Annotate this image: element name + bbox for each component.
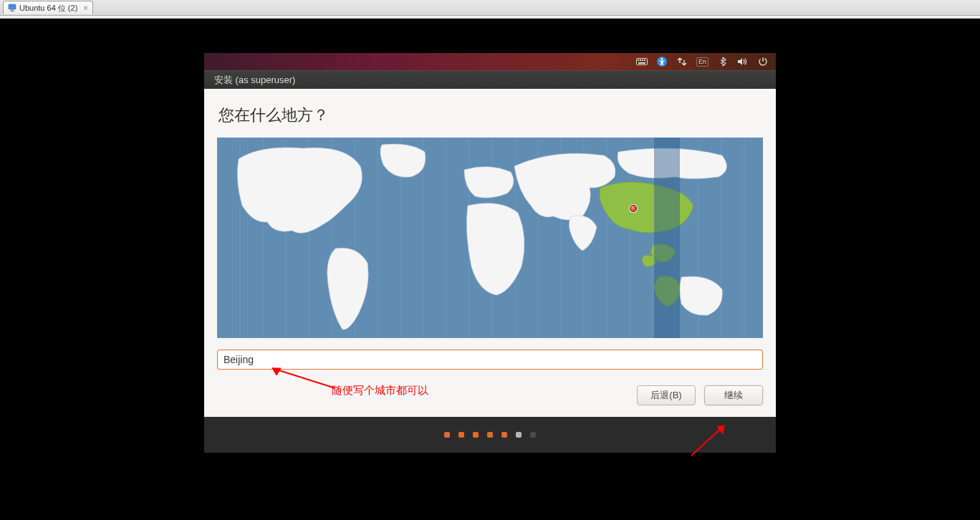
progress-dot — [444, 432, 450, 438]
network-icon[interactable] — [676, 56, 688, 67]
menubar: En — [204, 53, 776, 70]
vm-tab-bar: Ubuntu 64 位 (2) × — [0, 0, 980, 16]
svg-rect-3 — [636, 59, 647, 65]
installer-window: En 安装 (as superuser) 您在什么地方？ — [204, 53, 776, 453]
volume-icon[interactable] — [737, 56, 749, 67]
svg-rect-5 — [640, 59, 641, 61]
svg-line-38 — [272, 368, 335, 388]
page-title: 您在什么地方？ — [217, 105, 763, 126]
window-titlebar: 安装 (as superuser) — [204, 70, 776, 89]
svg-rect-6 — [642, 59, 643, 61]
vm-tab-label: Ubuntu 64 位 (2) — [19, 3, 77, 14]
content-area: 您在什么地方？ — [204, 89, 776, 417]
vm-viewport: En 安装 (as superuser) 您在什么地方？ — [0, 19, 980, 520]
power-icon[interactable] — [757, 56, 769, 67]
svg-point-10 — [661, 58, 663, 60]
progress-dot — [530, 432, 536, 438]
window-title: 安装 (as superuser) — [214, 74, 295, 87]
input-lang-indicator[interactable]: En — [696, 57, 708, 67]
annotation-text: 随便写个城市都可以 — [332, 384, 428, 398]
vm-tab[interactable]: Ubuntu 64 位 (2) × — [3, 1, 93, 14]
timezone-highlight — [654, 138, 680, 338]
svg-rect-7 — [644, 59, 645, 61]
annotation-arrow-2 — [686, 418, 736, 461]
annotation-area: 随便写个城市都可以 — [217, 370, 763, 405]
timezone-map[interactable] — [217, 138, 763, 338]
progress-dot — [501, 432, 507, 438]
close-icon[interactable]: × — [83, 4, 87, 12]
svg-rect-4 — [638, 59, 639, 61]
svg-marker-41 — [717, 425, 724, 434]
bluetooth-icon[interactable] — [717, 56, 729, 67]
keyboard-icon[interactable] — [636, 56, 648, 67]
map-pin — [630, 205, 637, 212]
accessibility-icon[interactable] — [656, 56, 668, 67]
progress-dot — [458, 432, 464, 438]
svg-marker-39 — [272, 368, 281, 375]
progress-dot — [487, 432, 493, 438]
svg-rect-8 — [638, 62, 645, 64]
svg-rect-2 — [10, 11, 14, 11]
svg-rect-1 — [11, 10, 14, 11]
annotation-arrow-1 — [264, 364, 342, 393]
progress-dot — [516, 432, 522, 438]
progress-dot — [473, 432, 479, 438]
monitor-icon — [8, 4, 16, 12]
world-map-svg — [217, 138, 763, 338]
svg-rect-0 — [9, 4, 16, 9]
